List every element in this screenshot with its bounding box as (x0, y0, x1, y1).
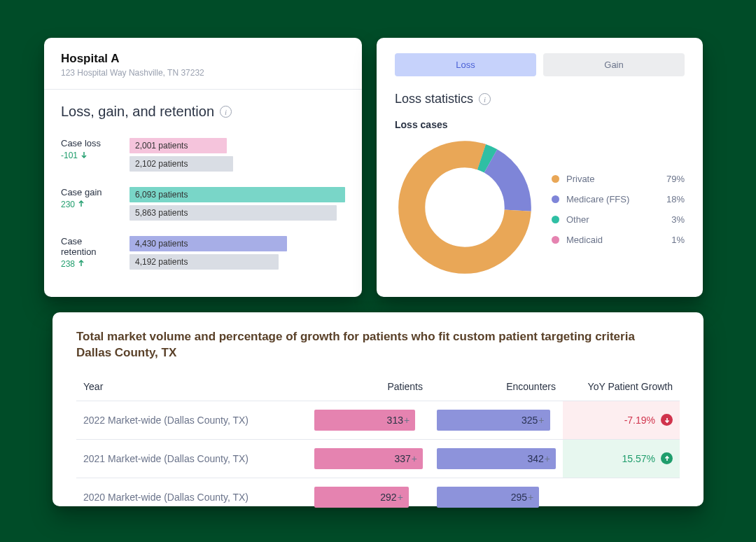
legend-item: Other3% (552, 214, 685, 225)
patients-bar: 313+ (314, 410, 415, 431)
bar-current: 4,430 patients (130, 236, 287, 251)
encounters-value: 325 (522, 415, 538, 426)
market-title: Total market volume and percentage of gr… (76, 329, 680, 361)
legend-swatch-icon (552, 175, 559, 183)
yoy-value: -7.19% (624, 415, 655, 426)
legend-name: Other (566, 214, 655, 225)
cell-yoy (563, 478, 680, 516)
encounters-value: 342 (527, 453, 543, 464)
metric-retention: Case retention2384,430 patients4,192 pat… (61, 236, 345, 270)
cell-yoy: 15.57% (563, 439, 680, 478)
legend-name: Private (566, 174, 655, 184)
donut-chart (395, 137, 535, 277)
legend-item: Medicare (FFS)18% (552, 194, 685, 204)
legend-pct: 79% (655, 174, 685, 184)
arrow-up-icon (78, 200, 85, 209)
col-yoy: YoY Patient Growth (563, 373, 680, 401)
legend-swatch-icon (552, 195, 559, 203)
bar-prior: 5,863 patients (130, 205, 337, 221)
legend-pct: 3% (655, 214, 685, 225)
encounters-value: 295 (511, 492, 527, 503)
delta-value: -101 (61, 151, 78, 160)
col-patients: Patients (307, 373, 430, 401)
metric-delta: -101 (61, 151, 120, 160)
cell-encounters: 325+ (430, 401, 563, 439)
delta-value: 238 (61, 259, 75, 269)
metric-delta: 238 (61, 259, 120, 269)
patients-bar: 337+ (314, 448, 423, 469)
cell-year: 2022 Market-wide (Dallas County, TX) (76, 401, 307, 439)
legend-swatch-icon (552, 216, 559, 223)
col-year: Year (76, 373, 307, 401)
metric-delta: 230 (61, 200, 120, 209)
metric-label: Case retention238 (61, 236, 120, 269)
legend-name: Medicaid (566, 235, 655, 245)
legend-swatch-icon (552, 236, 559, 244)
section-title-text: Loss statistics (395, 92, 473, 106)
subheading: Loss cases (395, 119, 685, 130)
legend-item: Medicaid1% (552, 235, 685, 245)
hospital-address: 123 Hospital Way Nashville, TN 37232 (61, 68, 345, 78)
bar-prior: 4,192 patients (130, 254, 279, 270)
legend-pct: 1% (655, 235, 685, 245)
hospital-name: Hospital A (61, 52, 345, 66)
market-table: Year Patients Encounters YoY Patient Gro… (76, 373, 680, 516)
arrow-down-icon (80, 151, 88, 160)
metric-label: Case loss-101 (61, 138, 120, 160)
metric-bars: 4,430 patients4,192 patients (130, 236, 345, 270)
delta-value: 230 (61, 200, 75, 209)
divider (44, 89, 362, 90)
donut-row: Private79%Medicare (FFS)18%Other3%Medica… (395, 137, 685, 277)
table-row: 2020 Market-wide (Dallas County, TX)292+… (76, 478, 680, 516)
cell-encounters: 342+ (430, 439, 563, 478)
encounters-bar: 295+ (437, 487, 539, 508)
bar-current: 6,093 patients (130, 187, 345, 202)
market-title-line1: Total market volume and percentage of gr… (76, 330, 635, 343)
cell-encounters: 295+ (430, 478, 563, 516)
encounters-bar: 325+ (437, 410, 550, 431)
cell-patients: 313+ (307, 401, 430, 439)
tab-loss[interactable]: Loss (395, 53, 536, 76)
legend-pct: 18% (655, 194, 685, 204)
metric-gain: Case gain2306,093 patients5,863 patients (61, 187, 345, 221)
patients-value: 313 (387, 415, 403, 426)
table-header-row: Year Patients Encounters YoY Patient Gro… (76, 373, 680, 401)
metrics-list: Case loss-1012,001 patients2,102 patient… (61, 138, 345, 270)
section-title-text: Loss, gain, and retention (61, 104, 214, 120)
table-row: 2021 Market-wide (Dallas County, TX)337+… (76, 439, 680, 478)
tab-gain[interactable]: Gain (543, 53, 685, 76)
cell-patients: 337+ (307, 439, 430, 478)
info-icon[interactable] (479, 93, 491, 105)
yoy-value: 15.57% (622, 453, 655, 464)
arrow-down-icon (661, 414, 673, 426)
col-encounters: Encounters (430, 373, 563, 401)
metric-name: Case retention (61, 236, 120, 257)
card-loss-gain-retention: Hospital A 123 Hospital Way Nashville, T… (44, 38, 362, 297)
patients-value: 337 (394, 453, 410, 464)
metric-bars: 2,001 patients2,102 patients (130, 138, 345, 172)
market-title-line2: Dallas County, TX (76, 346, 176, 359)
metric-name: Case loss (61, 138, 120, 148)
metric-label: Case gain230 (61, 187, 120, 209)
cell-year: 2021 Market-wide (Dallas County, TX) (76, 439, 307, 478)
patients-value: 292 (380, 492, 396, 503)
tab-strip: Loss Gain (395, 53, 685, 76)
metric-loss: Case loss-1012,001 patients2,102 patient… (61, 138, 345, 172)
info-icon[interactable] (220, 106, 232, 118)
bar-current: 2,001 patients (130, 138, 227, 153)
section-title: Loss, gain, and retention (61, 104, 345, 120)
encounters-bar: 342+ (437, 448, 556, 469)
bar-prior: 2,102 patients (130, 156, 233, 172)
patients-bar: 292+ (314, 487, 409, 508)
arrow-up-icon (661, 452, 673, 464)
section-title: Loss statistics (395, 92, 685, 106)
legend-name: Medicare (FFS) (566, 194, 655, 204)
arrow-up-icon (78, 259, 85, 269)
legend: Private79%Medicare (FFS)18%Other3%Medica… (552, 174, 685, 245)
table-row: 2022 Market-wide (Dallas County, TX)313+… (76, 401, 680, 439)
legend-item: Private79% (552, 174, 685, 184)
metric-bars: 6,093 patients5,863 patients (130, 187, 345, 221)
card-market-volume: Total market volume and percentage of gr… (52, 312, 704, 506)
cell-yoy: -7.19% (563, 401, 680, 439)
cell-patients: 292+ (307, 478, 430, 516)
